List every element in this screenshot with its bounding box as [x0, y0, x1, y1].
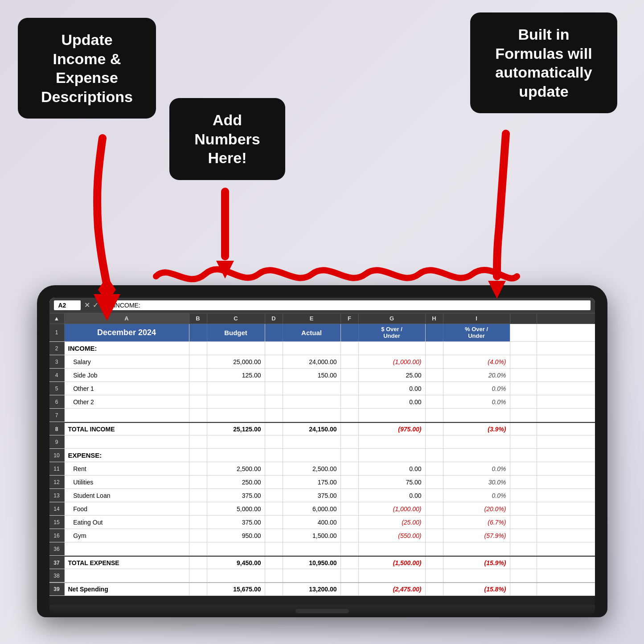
laptop-chin [49, 596, 595, 605]
table-row: 4 Side Job 125.00 150.00 25.00 20.0% [49, 369, 595, 382]
cell-1i [510, 324, 537, 341]
col-header-extra [510, 313, 537, 324]
row-num-12: 12 [49, 476, 65, 488]
formula-input[interactable]: INCOME: [110, 300, 591, 310]
laptop: A2 ✕ ✓ fx INCOME: ▲ A B C D E F [37, 285, 607, 617]
cell-income-label: INCOME: [65, 342, 189, 355]
page-wrapper: Update Income & Expense Descriptions Add… [0, 0, 644, 644]
table-row: 1 December 2024 Budget Actual $ Over /Un… [49, 324, 595, 342]
cell-rent-label: Rent [65, 462, 189, 475]
callout-income-text: Update Income & Expense Descriptions [41, 31, 133, 105]
cell-total-expense-budget: 9,450.00 [207, 557, 265, 569]
callout-income: Update Income & Expense Descriptions [18, 18, 156, 119]
table-row: 10 EXPENSE: [49, 449, 595, 462]
row-num-13: 13 [49, 489, 65, 502]
col-header-F: F [341, 313, 359, 324]
cell-sidejob-label: Side Job [65, 369, 189, 381]
cell-sidejob-budget: 125.00 [207, 369, 265, 381]
cell-1g [426, 324, 443, 341]
laptop-trackpad [295, 609, 349, 613]
cell-1c [265, 324, 283, 341]
cell-other1-over: 0.00 [359, 382, 426, 395]
cell-total-income-budget: 25,125.00 [207, 423, 265, 435]
table-row: 8 TOTAL INCOME 25,125.00 24,150.00 (975.… [49, 422, 595, 435]
cell-over-under-pct-header: % Over /Under [443, 324, 510, 341]
cell-rent-actual: 2,500.00 [283, 462, 341, 475]
cell-reference: A2 [54, 300, 81, 310]
cell-net-spending-over: (2,475.00) [359, 583, 426, 595]
cell-salary-pct: (4.0%) [443, 355, 510, 368]
laptop-base [49, 605, 595, 617]
table-row: 16 Gym 950.00 1,500.00 (550.00) (57.9%) [49, 529, 595, 542]
row-num-6: 6 [49, 395, 65, 408]
cell-total-expense-actual: 10,950.00 [283, 557, 341, 569]
row-num-16: 16 [49, 529, 65, 542]
formula-icon-check: ✓ [93, 301, 98, 309]
cell-total-expense-pct: (15.9%) [443, 557, 510, 569]
cell-1e [341, 324, 359, 341]
callout-numbers: Add Numbers Here! [169, 98, 285, 180]
cell-other2-label: Other 2 [65, 395, 189, 408]
cell-1b [189, 324, 207, 341]
row-num-10: 10 [49, 449, 65, 462]
cell-gym-over: (550.00) [359, 529, 426, 542]
row-num-39: 39 [49, 583, 65, 595]
col-header-B: B [189, 313, 207, 324]
row-num-2: 2 [49, 342, 65, 355]
col-header-E: E [283, 313, 341, 324]
col-header-D: D [265, 313, 283, 324]
cell-sidejob-over: 25.00 [359, 369, 426, 381]
formula-icon-x: ✕ [84, 301, 90, 309]
row-num-8: 8 [49, 423, 65, 435]
table-row: 37 TOTAL EXPENSE 9,450.00 10,950.00 (1,5… [49, 556, 595, 569]
cell-utilities-actual: 175.00 [283, 476, 341, 488]
table-row: 2 INCOME: [49, 342, 595, 355]
cell-expense-label: EXPENSE: [65, 449, 189, 462]
cell-studentloan-label: Student Loan [65, 489, 189, 502]
cell-salary-budget: 25,000.00 [207, 355, 265, 368]
cell-net-spending-budget: 15,675.00 [207, 583, 265, 595]
cell-utilities-over: 75.00 [359, 476, 426, 488]
callout-formulas-text: Built in Formulas will automatically upd… [495, 26, 592, 100]
cell-total-income-label: TOTAL INCOME [65, 423, 189, 435]
formula-bar: A2 ✕ ✓ fx INCOME: [49, 298, 595, 313]
cell-rent-pct: 0.0% [443, 462, 510, 475]
cell-studentloan-pct: 0.0% [443, 489, 510, 502]
table-row: 15 Eating Out 375.00 400.00 (25.00) (6.7… [49, 516, 595, 529]
cell-studentloan-over: 0.00 [359, 489, 426, 502]
cell-food-pct: (20.0%) [443, 502, 510, 515]
cell-total-income-actual: 24,150.00 [283, 423, 341, 435]
table-row: 39 Net Spending 15,675.00 13,200.00 (2,4… [49, 582, 595, 596]
cell-eatingout-budget: 375.00 [207, 516, 265, 529]
spreadsheet: ▲ A B C D E F G H I 1 December 2024 [49, 313, 595, 596]
cell-food-over: (1,000.00) [359, 502, 426, 515]
cell-sidejob-actual: 150.00 [283, 369, 341, 381]
cell-studentloan-actual: 375.00 [283, 489, 341, 502]
cell-total-income-pct: (3.9%) [443, 423, 510, 435]
cell-total-income-over: (975.00) [359, 423, 426, 435]
cell-other2-pct: 0.0% [443, 395, 510, 408]
formula-icons: ✕ ✓ fx [84, 301, 107, 309]
table-row: 7 [49, 409, 595, 422]
cell-rent-budget: 2,500.00 [207, 462, 265, 475]
cell-total-expense-label: TOTAL EXPENSE [65, 557, 189, 569]
col-header-C: C [207, 313, 265, 324]
cell-net-spending-label: Net Spending [65, 583, 189, 595]
col-header-A: A [65, 313, 189, 324]
row-num-5: 5 [49, 382, 65, 395]
row-num-37: 37 [49, 557, 65, 569]
formula-icon-fx: fx [101, 301, 107, 309]
table-row: 9 [49, 435, 595, 449]
table-row: 14 Food 5,000.00 6,000.00 (1,000.00) (20… [49, 502, 595, 516]
cell-title: December 2024 [65, 324, 189, 341]
callout-numbers-text: Add Numbers Here! [194, 111, 260, 166]
col-header-H: H [426, 313, 443, 324]
table-row: 12 Utilities 250.00 175.00 75.00 30.0% [49, 476, 595, 489]
callout-formulas: Built in Formulas will automatically upd… [470, 12, 617, 113]
cell-eatingout-label: Eating Out [65, 516, 189, 529]
cell-studentloan-budget: 375.00 [207, 489, 265, 502]
cell-gym-budget: 950.00 [207, 529, 265, 542]
table-row: 6 Other 2 0.00 0.0% [49, 395, 595, 409]
cell-gym-actual: 1,500.00 [283, 529, 341, 542]
col-header-I: I [443, 313, 510, 324]
